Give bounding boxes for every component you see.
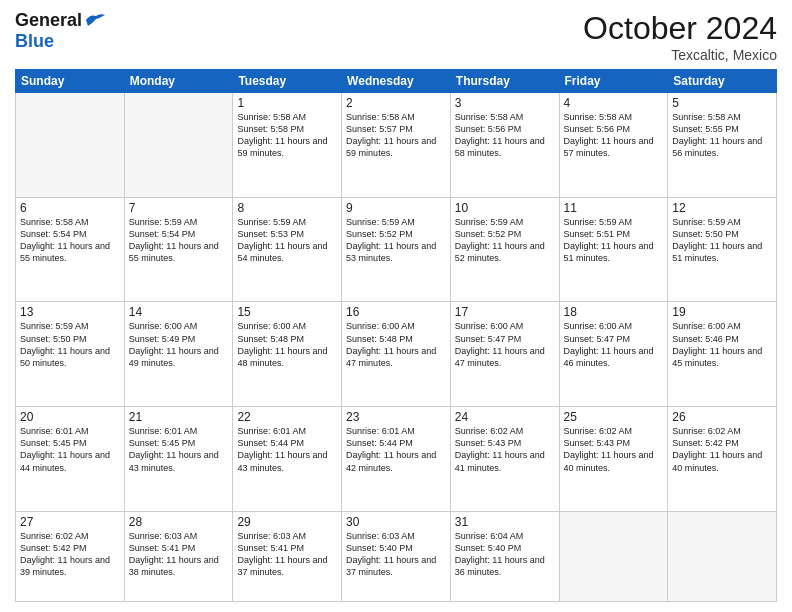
day-number: 22 [237,410,337,424]
logo-text-blue: Blue [15,31,54,52]
cell-info: Sunrise: 6:01 AM Sunset: 5:45 PM Dayligh… [20,425,120,474]
calendar-cell: 29Sunrise: 6:03 AM Sunset: 5:41 PM Dayli… [233,511,342,601]
day-number: 27 [20,515,120,529]
day-number: 8 [237,201,337,215]
cell-info: Sunrise: 5:59 AM Sunset: 5:52 PM Dayligh… [346,216,446,265]
calendar-cell: 6Sunrise: 5:58 AM Sunset: 5:54 PM Daylig… [16,197,125,302]
calendar-cell: 7Sunrise: 5:59 AM Sunset: 5:54 PM Daylig… [124,197,233,302]
logo: General Blue [15,10,106,52]
cell-info: Sunrise: 6:00 AM Sunset: 5:47 PM Dayligh… [455,320,555,369]
day-number: 1 [237,96,337,110]
cell-info: Sunrise: 5:58 AM Sunset: 5:57 PM Dayligh… [346,111,446,160]
day-number: 4 [564,96,664,110]
cell-info: Sunrise: 6:02 AM Sunset: 5:43 PM Dayligh… [564,425,664,474]
calendar-cell: 25Sunrise: 6:02 AM Sunset: 5:43 PM Dayli… [559,407,668,512]
day-number: 31 [455,515,555,529]
weekday-header-row: SundayMondayTuesdayWednesdayThursdayFrid… [16,70,777,93]
cell-info: Sunrise: 5:58 AM Sunset: 5:55 PM Dayligh… [672,111,772,160]
day-number: 13 [20,305,120,319]
day-number: 23 [346,410,446,424]
day-number: 10 [455,201,555,215]
cell-info: Sunrise: 5:59 AM Sunset: 5:51 PM Dayligh… [564,216,664,265]
cell-info: Sunrise: 5:59 AM Sunset: 5:52 PM Dayligh… [455,216,555,265]
weekday-header-sunday: Sunday [16,70,125,93]
calendar-cell: 10Sunrise: 5:59 AM Sunset: 5:52 PM Dayli… [450,197,559,302]
week-row-4: 27Sunrise: 6:02 AM Sunset: 5:42 PM Dayli… [16,511,777,601]
day-number: 15 [237,305,337,319]
cell-info: Sunrise: 6:02 AM Sunset: 5:43 PM Dayligh… [455,425,555,474]
calendar-cell: 28Sunrise: 6:03 AM Sunset: 5:41 PM Dayli… [124,511,233,601]
calendar-cell: 23Sunrise: 6:01 AM Sunset: 5:44 PM Dayli… [342,407,451,512]
calendar-cell: 27Sunrise: 6:02 AM Sunset: 5:42 PM Dayli… [16,511,125,601]
calendar-cell [16,93,125,198]
day-number: 5 [672,96,772,110]
day-number: 28 [129,515,229,529]
weekday-header-friday: Friday [559,70,668,93]
calendar-cell: 11Sunrise: 5:59 AM Sunset: 5:51 PM Dayli… [559,197,668,302]
calendar-cell: 18Sunrise: 6:00 AM Sunset: 5:47 PM Dayli… [559,302,668,407]
day-number: 21 [129,410,229,424]
day-number: 18 [564,305,664,319]
cell-info: Sunrise: 6:00 AM Sunset: 5:48 PM Dayligh… [346,320,446,369]
cell-info: Sunrise: 5:59 AM Sunset: 5:50 PM Dayligh… [672,216,772,265]
logo-text-general: General [15,10,82,31]
cell-info: Sunrise: 6:03 AM Sunset: 5:40 PM Dayligh… [346,530,446,579]
day-number: 17 [455,305,555,319]
day-number: 29 [237,515,337,529]
header: General Blue October 2024 Texcaltic, Mex… [15,10,777,63]
calendar-cell [559,511,668,601]
calendar-cell: 12Sunrise: 5:59 AM Sunset: 5:50 PM Dayli… [668,197,777,302]
calendar-cell: 1Sunrise: 5:58 AM Sunset: 5:58 PM Daylig… [233,93,342,198]
cell-info: Sunrise: 6:01 AM Sunset: 5:45 PM Dayligh… [129,425,229,474]
calendar-cell: 26Sunrise: 6:02 AM Sunset: 5:42 PM Dayli… [668,407,777,512]
cell-info: Sunrise: 6:04 AM Sunset: 5:40 PM Dayligh… [455,530,555,579]
cell-info: Sunrise: 5:59 AM Sunset: 5:53 PM Dayligh… [237,216,337,265]
day-number: 7 [129,201,229,215]
cell-info: Sunrise: 6:00 AM Sunset: 5:47 PM Dayligh… [564,320,664,369]
cell-info: Sunrise: 5:58 AM Sunset: 5:54 PM Dayligh… [20,216,120,265]
cell-info: Sunrise: 5:59 AM Sunset: 5:54 PM Dayligh… [129,216,229,265]
week-row-2: 13Sunrise: 5:59 AM Sunset: 5:50 PM Dayli… [16,302,777,407]
day-number: 11 [564,201,664,215]
week-row-3: 20Sunrise: 6:01 AM Sunset: 5:45 PM Dayli… [16,407,777,512]
cell-info: Sunrise: 5:59 AM Sunset: 5:50 PM Dayligh… [20,320,120,369]
cell-info: Sunrise: 5:58 AM Sunset: 5:56 PM Dayligh… [455,111,555,160]
calendar-cell: 21Sunrise: 6:01 AM Sunset: 5:45 PM Dayli… [124,407,233,512]
week-row-1: 6Sunrise: 5:58 AM Sunset: 5:54 PM Daylig… [16,197,777,302]
calendar-cell: 5Sunrise: 5:58 AM Sunset: 5:55 PM Daylig… [668,93,777,198]
day-number: 9 [346,201,446,215]
title-area: October 2024 Texcaltic, Mexico [583,10,777,63]
logo-bird-icon [84,12,106,28]
day-number: 30 [346,515,446,529]
calendar-table: SundayMondayTuesdayWednesdayThursdayFrid… [15,69,777,602]
weekday-header-tuesday: Tuesday [233,70,342,93]
calendar-cell: 17Sunrise: 6:00 AM Sunset: 5:47 PM Dayli… [450,302,559,407]
page: General Blue October 2024 Texcaltic, Mex… [0,0,792,612]
cell-info: Sunrise: 6:00 AM Sunset: 5:48 PM Dayligh… [237,320,337,369]
day-number: 26 [672,410,772,424]
calendar-cell: 30Sunrise: 6:03 AM Sunset: 5:40 PM Dayli… [342,511,451,601]
cell-info: Sunrise: 6:00 AM Sunset: 5:46 PM Dayligh… [672,320,772,369]
calendar-cell: 4Sunrise: 5:58 AM Sunset: 5:56 PM Daylig… [559,93,668,198]
day-number: 20 [20,410,120,424]
calendar-cell: 16Sunrise: 6:00 AM Sunset: 5:48 PM Dayli… [342,302,451,407]
day-number: 2 [346,96,446,110]
calendar-cell: 31Sunrise: 6:04 AM Sunset: 5:40 PM Dayli… [450,511,559,601]
day-number: 6 [20,201,120,215]
day-number: 12 [672,201,772,215]
calendar-cell: 8Sunrise: 5:59 AM Sunset: 5:53 PM Daylig… [233,197,342,302]
calendar-cell: 9Sunrise: 5:59 AM Sunset: 5:52 PM Daylig… [342,197,451,302]
day-number: 14 [129,305,229,319]
calendar-cell: 19Sunrise: 6:00 AM Sunset: 5:46 PM Dayli… [668,302,777,407]
calendar-cell: 20Sunrise: 6:01 AM Sunset: 5:45 PM Dayli… [16,407,125,512]
cell-info: Sunrise: 5:58 AM Sunset: 5:58 PM Dayligh… [237,111,337,160]
month-title: October 2024 [583,10,777,47]
weekday-header-monday: Monday [124,70,233,93]
day-number: 3 [455,96,555,110]
day-number: 24 [455,410,555,424]
weekday-header-wednesday: Wednesday [342,70,451,93]
cell-info: Sunrise: 6:01 AM Sunset: 5:44 PM Dayligh… [237,425,337,474]
cell-info: Sunrise: 6:03 AM Sunset: 5:41 PM Dayligh… [237,530,337,579]
day-number: 25 [564,410,664,424]
cell-info: Sunrise: 6:00 AM Sunset: 5:49 PM Dayligh… [129,320,229,369]
